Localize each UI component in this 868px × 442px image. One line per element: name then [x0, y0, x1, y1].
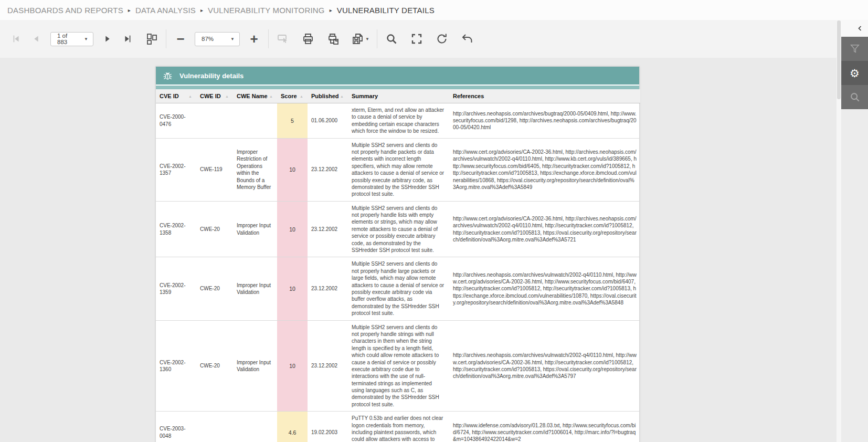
- column-header-cwe-name[interactable]: CWE Name ▲: [233, 89, 277, 103]
- fullscreen-button[interactable]: [407, 29, 427, 49]
- print-page-setup-icon: [327, 33, 340, 45]
- export-button[interactable]: ▼: [348, 29, 373, 49]
- column-header-published[interactable]: Published ▲: [308, 89, 348, 103]
- sort-arrow-icon[interactable]: ▲: [340, 94, 345, 98]
- breadcrumb: DASHBOARDS AND REPORTS ▸ DATA ANALYSIS ▸…: [0, 0, 868, 20]
- next-page-icon: [102, 33, 113, 45]
- zoom-level-select[interactable]: 87% ▼: [195, 32, 240, 46]
- column-header-score[interactable]: Score ▲: [277, 89, 308, 103]
- published-cell: 19.02.2003: [308, 412, 348, 442]
- published-cell: 23.12.2002: [308, 138, 348, 201]
- scrollbar-thumb[interactable]: [837, 20, 841, 99]
- cwe-id-cell: CWE-20: [196, 320, 233, 412]
- page-number-select[interactable]: 1 of 883 ▼: [50, 32, 93, 46]
- refresh-button[interactable]: [432, 29, 452, 49]
- next-page-button[interactable]: [98, 29, 118, 49]
- references-cell: http://www.idefense.com/advisory/01.28.0…: [449, 412, 640, 442]
- table-row: CVE-2002-1357 CWE-119 Improper Restricti…: [156, 138, 640, 201]
- collapse-panel-button[interactable]: [841, 20, 868, 37]
- search-panel-button[interactable]: [841, 85, 868, 109]
- score-cell: 5: [277, 103, 308, 139]
- first-page-button[interactable]: [6, 29, 26, 49]
- bug-icon: [163, 71, 173, 81]
- sort-arrow-icon[interactable]: ▲: [188, 94, 193, 98]
- score-cell: 10: [277, 257, 308, 320]
- filter-funnel-icon: [849, 43, 861, 55]
- sort-arrow-icon[interactable]: ▲: [225, 94, 230, 98]
- zoom-in-button[interactable]: +: [244, 29, 264, 49]
- summary-cell: xterm, Eterm, and rxvt allow an attacker…: [348, 103, 449, 139]
- column-header-cve-id[interactable]: CVE ID ▲: [156, 89, 196, 103]
- breadcrumb-item-data-analysis[interactable]: DATA ANALYSIS: [135, 6, 196, 15]
- side-panel-rail: ⚙: [841, 20, 868, 442]
- multi-page-view-icon: [145, 33, 158, 45]
- last-page-button[interactable]: [118, 29, 137, 49]
- sort-arrow-icon[interactable]: ▲: [300, 94, 304, 98]
- page-number-value: 1 of 883: [57, 33, 76, 45]
- previous-page-button[interactable]: [26, 29, 46, 49]
- references-cell: http://archives.neohapsis.com/archives/v…: [449, 257, 640, 320]
- sort-arrow-icon[interactable]: ▲: [269, 94, 274, 98]
- score-cell: 10: [277, 201, 308, 257]
- column-header-cwe-id[interactable]: CWE ID ▲: [196, 89, 233, 103]
- cve-id-cell: CVE-2000-0476: [156, 103, 196, 139]
- report-accent-strip: [156, 86, 639, 89]
- print-page-setup-button[interactable]: [323, 29, 343, 49]
- cwe-name-cell: [233, 103, 277, 139]
- cwe-id-cell: CWE-20: [196, 201, 233, 257]
- last-page-icon: [122, 33, 133, 45]
- references-cell: http://www.cert.org/advisories/CA-2002-3…: [449, 201, 640, 257]
- print-button[interactable]: [298, 29, 318, 49]
- summary-cell: Multiple SSH2 servers and clients do not…: [348, 138, 449, 201]
- score-cell: 10: [277, 138, 308, 201]
- report-canvas: Vulnerability details CVE ID ▲ CWE ID ▲ …: [0, 58, 837, 442]
- cve-id-cell: CVE-2002-1360: [156, 320, 196, 412]
- report-toolbar: 1 of 883 ▼ − 87% ▼ +: [0, 20, 837, 58]
- breadcrumb-item-dashboards[interactable]: DASHBOARDS AND REPORTS: [7, 6, 123, 15]
- summary-cell: PuTTY 0.53b and earlier does not clear l…: [348, 412, 449, 442]
- table-row: CVE-2002-1359 CWE-20 Improper Input Vali…: [156, 257, 640, 320]
- zoom-out-button[interactable]: −: [171, 29, 190, 49]
- table-header-row: CVE ID ▲ CWE ID ▲ CWE Name ▲ Score ▲ Pub…: [156, 89, 640, 103]
- filter-panel-button[interactable]: [841, 37, 868, 61]
- cwe-id-cell: [196, 412, 233, 442]
- multi-page-view-button[interactable]: [142, 29, 162, 49]
- cve-id-cell: CVE-2003-0048: [156, 412, 196, 442]
- breadcrumb-item-vulnerability-monitoring[interactable]: VULNERABILITY MONITORING: [208, 6, 325, 15]
- table-row: CVE-2002-1360 CWE-20 Improper Input Vali…: [156, 320, 640, 412]
- breadcrumb-separator-icon: ▸: [128, 7, 131, 13]
- summary-cell: Multiple SSH2 servers and clients do not…: [348, 320, 449, 412]
- breadcrumb-item-vulnerability-details: VULNERABILITY DETAILS: [337, 6, 435, 15]
- published-cell: 23.12.2002: [308, 257, 348, 320]
- cve-id-cell: CVE-2002-1358: [156, 201, 196, 257]
- references-cell: http://archives.neohapsis.com/archives/b…: [449, 103, 640, 139]
- export-icon: [352, 33, 364, 45]
- search-button[interactable]: [382, 29, 401, 49]
- cwe-name-cell: Improper Input Validation: [233, 257, 277, 320]
- fullscreen-icon: [410, 33, 423, 45]
- breadcrumb-separator-icon: ▸: [200, 7, 203, 13]
- zoom-level-value: 87%: [202, 36, 214, 42]
- chevron-down-icon: ▼: [365, 37, 369, 41]
- table-row: CVE-2003-0048 4.6 19.02.2003 PuTTY 0.53b…: [156, 412, 640, 442]
- report-title-bar: Vulnerability details: [156, 67, 639, 85]
- vertical-scrollbar[interactable]: [837, 20, 841, 442]
- select-tool-button[interactable]: [273, 29, 293, 49]
- published-cell: 23.12.2002: [308, 201, 348, 257]
- cwe-id-cell: CWE-119: [196, 138, 233, 201]
- cwe-id-cell: [196, 103, 233, 139]
- breadcrumb-separator-icon: ▸: [330, 7, 332, 13]
- print-icon: [302, 33, 314, 45]
- cwe-name-cell: [233, 412, 277, 442]
- back-arrow-icon: [461, 33, 473, 45]
- report-page: Vulnerability details CVE ID ▲ CWE ID ▲ …: [155, 66, 640, 442]
- chevron-left-icon: [857, 25, 863, 31]
- settings-panel-button[interactable]: ⚙: [841, 61, 868, 85]
- published-cell: 01.06.2000: [308, 103, 348, 139]
- cve-id-cell: CVE-2002-1359: [156, 257, 196, 320]
- chevron-down-icon: ▼: [222, 37, 235, 41]
- cwe-name-cell: Improper Input Validation: [233, 320, 277, 412]
- score-cell: 10: [277, 320, 308, 412]
- select-tool-icon: [277, 33, 289, 45]
- back-button[interactable]: [457, 29, 477, 49]
